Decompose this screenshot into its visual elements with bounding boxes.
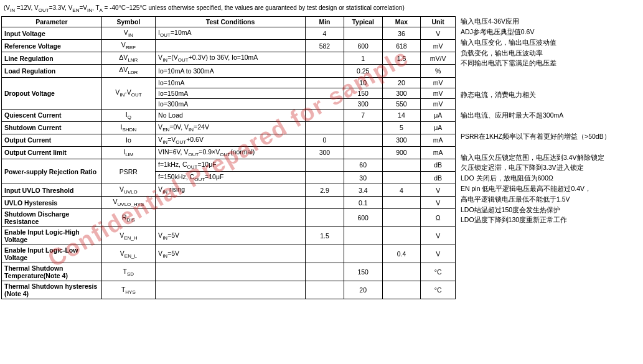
param-cell: Power-supply Rejection Ratio bbox=[2, 159, 102, 184]
note-discharge: LDO 关闭后，放电阻值为600Ω bbox=[461, 173, 642, 184]
unit-cell: °C bbox=[421, 281, 456, 299]
symbol-cell: PSRR bbox=[101, 159, 155, 184]
max-cell bbox=[382, 281, 421, 299]
conditions-cell: f=1kHz, COUT=10μF bbox=[156, 159, 306, 171]
param-cell: Shutdown Current bbox=[2, 121, 102, 134]
table-row: Reference Voltage VREF 582 600 618 mV bbox=[2, 40, 456, 52]
param-cell: Input Voltage bbox=[2, 27, 102, 40]
typical-cell bbox=[344, 27, 382, 40]
conditions-cell: No Load bbox=[156, 109, 306, 121]
col-header-typical: Typical bbox=[344, 17, 382, 27]
min-cell: 582 bbox=[306, 40, 344, 52]
min-cell bbox=[306, 121, 344, 134]
typical-cell: 60 bbox=[344, 159, 382, 171]
param-cell: Line Regulation bbox=[2, 52, 102, 65]
typical-cell: 150 bbox=[344, 88, 382, 98]
note-psrr-blank bbox=[461, 142, 642, 152]
unit-cell: V bbox=[421, 184, 456, 197]
max-cell: 20 bbox=[382, 77, 421, 88]
unit-cell: mV/V bbox=[421, 52, 456, 65]
min-cell: 4 bbox=[306, 27, 344, 40]
note-output-current: 输出电流、应用时最大不超300mA bbox=[461, 110, 642, 121]
table-row: Input Voltage VIN IOUT=10mA 4 36 V bbox=[2, 27, 456, 40]
conditions-cell bbox=[156, 281, 306, 299]
param-cell: Input UVLO Threshold bbox=[2, 184, 102, 197]
unit-cell: mV bbox=[421, 77, 456, 88]
typical-cell: 3.4 bbox=[344, 184, 382, 197]
unit-cell: mA bbox=[421, 146, 456, 159]
typical-cell bbox=[344, 146, 382, 159]
symbol-cell: VREF bbox=[101, 40, 155, 52]
conditions-cell: Io=10mA bbox=[156, 77, 306, 88]
symbol-cell: ΔVLDR bbox=[101, 65, 155, 77]
unit-cell: dB bbox=[421, 172, 456, 184]
symbol-cell: IQ bbox=[101, 109, 155, 121]
note-psrr: PSRR在1KHZ频率以下有着更好的增益（>50dB） bbox=[461, 131, 642, 142]
unit-cell: Ω bbox=[421, 209, 456, 227]
note-dropout: 不同输出电流下需满足的电压差 bbox=[461, 58, 642, 68]
note-shutdown bbox=[461, 100, 642, 111]
max-cell bbox=[382, 65, 421, 77]
note-thermal-shutdown: LDO结温超过150度会发生热保护 bbox=[461, 205, 642, 215]
unit-cell: % bbox=[421, 65, 456, 77]
min-cell bbox=[306, 209, 344, 227]
symbol-cell: VIN bbox=[101, 27, 155, 40]
note-load-reg: 负载变化，输出电压波动率 bbox=[461, 48, 642, 58]
table-container: Confidential Prepared for sample Paramet… bbox=[1, 16, 456, 299]
max-cell: 550 bbox=[382, 98, 421, 109]
unit-cell: mV bbox=[421, 40, 456, 52]
note-en-low: 高电平逻辑锁电压最低不能低于1.5V bbox=[461, 194, 642, 205]
table-row: Quiescent Current IQ No Load 7 14 μA bbox=[2, 109, 456, 121]
typical-cell: 150 bbox=[344, 263, 382, 281]
typical-cell bbox=[344, 134, 382, 146]
note-quiescent: 静态电流，消费电力相关 bbox=[461, 90, 642, 100]
typical-cell: 0.25 bbox=[344, 65, 382, 77]
min-cell bbox=[306, 52, 344, 65]
unit-cell: dB bbox=[421, 159, 456, 171]
max-cell bbox=[382, 172, 421, 184]
conditions-cell: IOUT=10mA bbox=[156, 27, 306, 40]
symbol-cell: ILIM bbox=[101, 146, 155, 159]
typical-cell: 300 bbox=[344, 98, 382, 109]
note-en-high: EN pin 低电平逻辑电压最高不能超过0.4V， bbox=[461, 184, 642, 194]
min-cell: 1.5 bbox=[306, 227, 344, 245]
table-row: Shutdown Discharge Resistance RDIS 600 Ω bbox=[2, 209, 456, 227]
table-row: Thermal Shutdown hysteresis (Note 4) THY… bbox=[2, 281, 456, 299]
unit-cell: μA bbox=[421, 109, 456, 121]
table-row: Dropout Voltage VIN-VOUT Io=10mA 10 20 m… bbox=[2, 77, 456, 88]
min-cell bbox=[306, 98, 344, 109]
min-cell bbox=[306, 159, 344, 171]
conditions-cell: VIN=5V bbox=[156, 227, 306, 245]
table-row: Line Regulation ΔVLNR VIN=(VOUT+0.3V) to… bbox=[2, 52, 456, 65]
min-cell bbox=[306, 172, 344, 184]
note-thermal-hys: LDO温度下降到130度重新正常工作 bbox=[461, 215, 642, 225]
col-header-conditions: Test Conditions bbox=[156, 17, 306, 27]
note-uvlo: 输入电压欠压锁定范围，电压达到3.4V解除锁定 bbox=[461, 152, 642, 163]
conditions-cell: VIN=VOUT+0.6V bbox=[156, 134, 306, 146]
notes-column: 输入电压4-36V应用 ADJ参考电压典型值0.6V 输入电压变化，输出电压波动… bbox=[456, 16, 642, 225]
table-row: Thermal Shutdown Temperature(Note 4) TSD… bbox=[2, 263, 456, 281]
header-note: (VIN =12V, VOUT=3.3V, VEN=VIN, TA = -40°… bbox=[1, 2, 642, 16]
typical-cell bbox=[344, 245, 382, 263]
param-cell: Quiescent Current bbox=[2, 109, 102, 121]
note-current-limit bbox=[461, 121, 642, 131]
symbol-cell: VIN-VOUT bbox=[101, 77, 155, 109]
col-header-max: Max bbox=[382, 17, 421, 27]
param-cell: UVLO Hysteresis bbox=[2, 197, 102, 209]
max-cell: 300 bbox=[382, 134, 421, 146]
min-cell: 0 bbox=[306, 134, 344, 146]
table-row: Input UVLO Threshold VUVLO VIN rising 2.… bbox=[2, 184, 456, 197]
conditions-cell: Io=150mA bbox=[156, 88, 306, 98]
max-cell bbox=[382, 263, 421, 281]
max-cell bbox=[382, 227, 421, 245]
symbol-cell: RDIS bbox=[101, 209, 155, 227]
table-row: Output Current Io VIN=VOUT+0.6V 0 300 mA bbox=[2, 134, 456, 146]
typical-cell: 0.1 bbox=[344, 197, 382, 209]
min-cell bbox=[306, 197, 344, 209]
typical-cell: 1 bbox=[344, 52, 382, 65]
page-container: (VIN =12V, VOUT=3.3V, VEN=VIN, TA = -40°… bbox=[0, 0, 643, 301]
conditions-cell: Io=10mA to 300mA bbox=[156, 65, 306, 77]
conditions-cell bbox=[156, 197, 306, 209]
max-cell bbox=[382, 159, 421, 171]
typical-cell: 20 bbox=[344, 281, 382, 299]
